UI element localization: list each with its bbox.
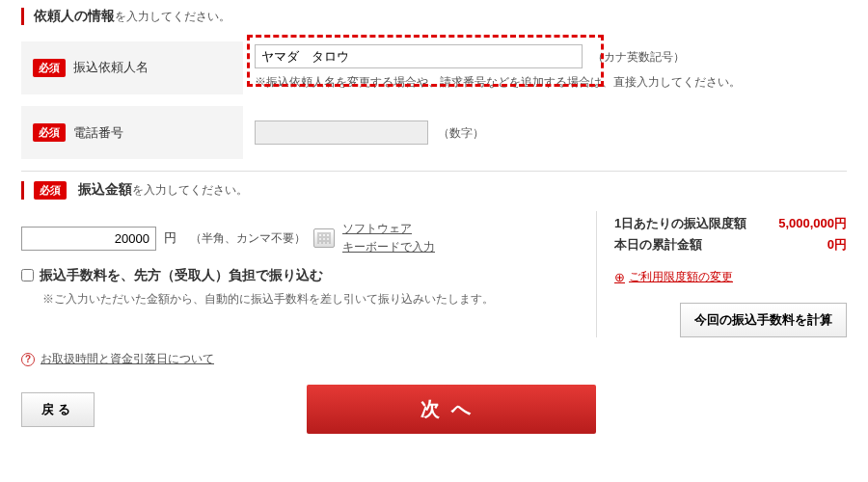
calc-fee-button[interactable]: 今回の振込手数料を計算 (680, 303, 847, 337)
client-section-title: 依頼人の情報 (34, 8, 115, 23)
phone-label-box: 必須 電話番号 (21, 106, 243, 159)
phone-row: 必須 電話番号 （数字） (21, 106, 847, 159)
help-link-row: ? お取扱時間と資金引落日について (19, 351, 849, 367)
amount-section-header: 必須 振込金額を入力してください。 (21, 181, 847, 200)
amount-unit: 円 (164, 229, 176, 247)
client-name-hint: ※振込依頼人名を変更する場合や、請求番号などを追加する場合は、直接入力してくださ… (255, 74, 835, 91)
amount-input-note: （半角、カンマ不要） (190, 230, 306, 247)
phone-content: （数字） (243, 113, 847, 152)
fee-checkbox-row: 振込手数料を、先方（受取人）負担で振り込む (21, 267, 577, 284)
daily-limit-label: 1日あたりの振込限度額 (614, 215, 746, 232)
fee-note: ※ご入力いただいた金額から、自動的に振込手数料を差し引いて振り込みいたします。 (42, 290, 577, 308)
phone-note: （数字） (438, 126, 484, 140)
amount-input[interactable] (21, 227, 156, 251)
required-badge: 必須 (33, 123, 66, 142)
client-section-subtitle: を入力してください。 (115, 10, 231, 23)
change-limit-link[interactable]: ご利用限度額の変更 (614, 269, 733, 285)
bottom-bar: 戻る 次へ (19, 385, 849, 434)
fee-checkbox[interactable] (21, 269, 34, 281)
phone-input[interactable] (255, 120, 428, 145)
soft-keyboard-link-1[interactable]: ソフトウェア (342, 221, 435, 237)
today-total-row: 本日の累計金額 0円 (614, 236, 847, 254)
amount-columns: 円 （半角、カンマ不要） ソフトウェア キーボードで入力 振込手数料を、先方（受… (21, 211, 847, 337)
amount-left-column: 円 （半角、カンマ不要） ソフトウェア キーボードで入力 振込手数料を、先方（受… (21, 211, 577, 337)
next-button[interactable]: 次へ (307, 385, 596, 434)
client-name-row: 必須 振込依頼人名 （カナ英数記号） ※振込依頼人名を変更する場合や、請求番号な… (21, 37, 847, 98)
back-button[interactable]: 戻る (21, 392, 95, 427)
soft-keyboard-link-2[interactable]: キーボードで入力 (342, 239, 435, 255)
client-name-note: （カナ英数記号） (592, 50, 685, 64)
limits-panel: 1日あたりの振込限度額 5,000,000円 本日の累計金額 0円 ご利用限度額… (596, 211, 847, 337)
required-badge: 必須 (34, 181, 67, 200)
today-total-label: 本日の累計金額 (614, 236, 702, 254)
phone-label: 電話番号 (73, 124, 123, 142)
client-name-label: 振込依頼人名 (73, 59, 149, 76)
amount-input-row: 円 （半角、カンマ不要） ソフトウェア キーボードで入力 (21, 221, 577, 255)
amount-section-title: 振込金額 (78, 181, 132, 197)
client-name-content: （カナ英数記号） ※振込依頼人名を変更する場合や、請求番号などを追加する場合は、… (243, 37, 847, 98)
handling-time-link[interactable]: お取扱時間と資金引落日について (41, 351, 214, 367)
daily-limit-row: 1日あたりの振込限度額 5,000,000円 (614, 215, 847, 232)
amount-section-subtitle: を入力してください。 (132, 183, 248, 197)
today-total-value: 0円 (827, 236, 847, 254)
divider (21, 171, 847, 172)
keyboard-icon[interactable] (313, 228, 335, 248)
fee-checkbox-label[interactable]: 振込手数料を、先方（受取人）負担で振り込む (40, 267, 323, 284)
client-section-header: 依頼人の情報を入力してください。 (21, 8, 847, 25)
daily-limit-value: 5,000,000円 (778, 215, 847, 232)
required-badge: 必須 (33, 59, 66, 77)
client-name-label-box: 必須 振込依頼人名 (21, 41, 243, 94)
help-icon: ? (21, 353, 35, 366)
client-name-input[interactable] (255, 44, 583, 68)
